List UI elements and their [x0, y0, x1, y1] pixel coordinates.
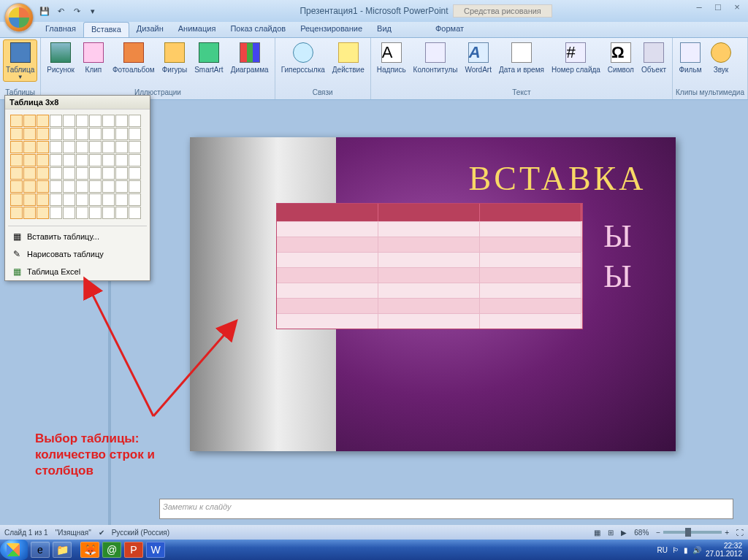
- grid-cell[interactable]: [129, 141, 141, 153]
- grid-cell[interactable]: [50, 180, 62, 193]
- grid-cell[interactable]: [37, 154, 49, 166]
- grid-cell[interactable]: [115, 115, 128, 127]
- notes-pane[interactable]: Заметки к слайду: [159, 499, 733, 519]
- zoom-out-button[interactable]: −: [656, 529, 660, 537]
- grid-cell[interactable]: [10, 154, 23, 166]
- tray-flag-icon[interactable]: 🏳: [672, 546, 679, 554]
- grid-cell[interactable]: [89, 115, 102, 127]
- grid-cell[interactable]: [23, 141, 36, 153]
- album-button[interactable]: Фотоальбом: [110, 39, 158, 75]
- taskbar-ie-icon[interactable]: e: [31, 542, 50, 558]
- start-button[interactable]: [0, 540, 28, 560]
- view-slideshow-button[interactable]: ▶: [621, 529, 627, 537]
- grid-cell[interactable]: [115, 180, 128, 193]
- datetime-button[interactable]: Дата и время: [496, 39, 547, 75]
- tab-home[interactable]: Главная: [38, 22, 83, 37]
- tray-lang[interactable]: RU: [657, 546, 667, 554]
- grid-cell[interactable]: [129, 128, 141, 140]
- wordart-button[interactable]: AWordArt: [462, 39, 494, 75]
- symbol-button[interactable]: ΩСимвол: [605, 39, 637, 75]
- qat-undo[interactable]: ↶: [54, 4, 67, 18]
- object-button[interactable]: Объект: [638, 39, 669, 75]
- fit-button[interactable]: ⛶: [736, 529, 744, 537]
- grid-cell[interactable]: [63, 115, 75, 127]
- view-normal-button[interactable]: ▦: [594, 529, 600, 537]
- grid-cell[interactable]: [37, 207, 49, 219]
- grid-cell[interactable]: [37, 115, 49, 127]
- table-button[interactable]: Таблица ▼: [3, 39, 37, 82]
- grid-cell[interactable]: [50, 141, 62, 153]
- qat-redo[interactable]: ↷: [70, 4, 83, 18]
- taskbar-app-icon[interactable]: @: [102, 542, 121, 558]
- grid-cell[interactable]: [115, 154, 128, 166]
- taskbar-word-icon[interactable]: W: [146, 542, 165, 558]
- grid-cell[interactable]: [37, 180, 49, 193]
- tab-view[interactable]: Вид: [370, 22, 399, 37]
- grid-cell[interactable]: [89, 167, 102, 180]
- grid-cell[interactable]: [89, 128, 102, 140]
- grid-cell[interactable]: [50, 193, 62, 206]
- tab-animation[interactable]: Анимация: [171, 22, 224, 37]
- grid-cell[interactable]: [115, 207, 128, 219]
- grid-cell[interactable]: [89, 180, 102, 193]
- grid-cell[interactable]: [23, 180, 36, 193]
- slide-title-text[interactable]: ВСТАВКА: [469, 159, 646, 198]
- grid-cell[interactable]: [76, 115, 88, 127]
- grid-cell[interactable]: [102, 115, 115, 127]
- grid-cell[interactable]: [10, 193, 23, 206]
- grid-cell[interactable]: [23, 193, 36, 206]
- action-button[interactable]: Действие: [329, 39, 367, 75]
- grid-cell[interactable]: [63, 167, 75, 180]
- tab-format[interactable]: Формат: [428, 22, 471, 37]
- grid-cell[interactable]: [37, 193, 49, 206]
- view-sorter-button[interactable]: ⊞: [608, 529, 614, 537]
- grid-cell[interactable]: [76, 180, 88, 193]
- qat-more-icon[interactable]: ▾: [86, 4, 99, 18]
- grid-cell[interactable]: [76, 193, 88, 206]
- grid-cell[interactable]: [102, 167, 115, 180]
- tray-clock[interactable]: 22:32 27.01.2012: [706, 542, 742, 558]
- spellcheck-icon[interactable]: ✔: [99, 529, 104, 537]
- grid-cell[interactable]: [76, 154, 88, 166]
- textbox-button[interactable]: AНадпись: [374, 39, 409, 75]
- grid-cell[interactable]: [89, 141, 102, 153]
- grid-cell[interactable]: [10, 167, 23, 180]
- grid-cell[interactable]: [10, 207, 23, 219]
- clip-button[interactable]: Клип: [79, 39, 108, 75]
- zoom-value[interactable]: 68%: [634, 529, 649, 537]
- grid-cell[interactable]: [10, 115, 23, 127]
- grid-cell[interactable]: [102, 154, 115, 166]
- grid-cell[interactable]: [102, 207, 115, 219]
- grid-cell[interactable]: [115, 193, 128, 206]
- grid-cell[interactable]: [89, 154, 102, 166]
- grid-cell[interactable]: [102, 128, 115, 140]
- grid-cell[interactable]: [129, 154, 141, 166]
- chart-button[interactable]: Диаграмма: [228, 39, 272, 75]
- grid-cell[interactable]: [76, 167, 88, 180]
- grid-cell[interactable]: [23, 154, 36, 166]
- close-button[interactable]: ×: [730, 1, 744, 12]
- headerfooter-button[interactable]: Колонтитулы: [411, 39, 461, 75]
- grid-cell[interactable]: [50, 167, 62, 180]
- taskbar-powerpoint-icon[interactable]: P: [124, 542, 143, 558]
- movie-button[interactable]: Фильм: [676, 39, 705, 75]
- picture-button[interactable]: Рисунок: [44, 39, 77, 75]
- grid-cell[interactable]: [37, 167, 49, 180]
- maximize-button[interactable]: □: [711, 1, 725, 12]
- grid-cell[interactable]: [10, 141, 23, 153]
- grid-cell[interactable]: [23, 167, 36, 180]
- insert-table-menuitem[interactable]: ▦ Вставить таблицу...: [5, 228, 150, 245]
- inserted-table-preview[interactable]: [276, 203, 583, 329]
- grid-cell[interactable]: [129, 193, 141, 206]
- language-status[interactable]: Русский (Россия): [112, 529, 169, 537]
- grid-cell[interactable]: [89, 193, 102, 206]
- tab-insert[interactable]: Вставка: [83, 22, 129, 37]
- grid-cell[interactable]: [129, 115, 141, 127]
- tab-design[interactable]: Дизайн: [129, 22, 171, 37]
- grid-cell[interactable]: [102, 141, 115, 153]
- grid-cell[interactable]: [23, 128, 36, 140]
- grid-cell[interactable]: [37, 141, 49, 153]
- tray-network-icon[interactable]: ▮: [684, 546, 688, 554]
- grid-cell[interactable]: [76, 207, 88, 219]
- grid-cell[interactable]: [76, 141, 88, 153]
